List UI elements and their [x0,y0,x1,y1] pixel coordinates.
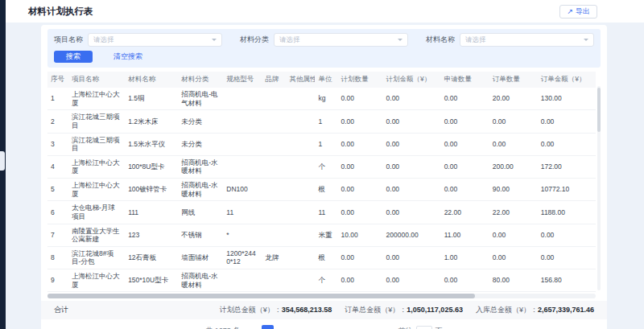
pagination-page-84[interactable]: 84 [363,325,375,329]
table-cell: 0.00 [441,88,489,110]
column-header: 项目名称 [68,72,125,88]
table-cell: 未分类 [178,110,223,133]
vertical-scrollbar[interactable] [597,86,601,290]
table-cell: 0.00 [383,179,441,201]
table-cell: 9 [47,269,68,292]
table-row[interactable]: 9上海松江中心大厦150*10U型卡招商机电-水暖材料个0.000.000.00… [47,269,596,292]
select-material-name[interactable]: 请选择 [460,33,594,47]
table-cell: 100镀锌管卡 [125,179,178,201]
export-label: 导出 [576,6,590,17]
table-cell: 90.00 [489,179,538,201]
table-row[interactable]: 2滨江花城三期项目1.2米木床未分类10.000.000.000.000.00 [47,110,596,133]
table-cell: 0.00 [337,179,382,201]
select-placeholder: 请选择 [93,35,114,45]
table-cell: 0.00 [383,269,441,292]
table-cell: 20.00 [489,88,538,110]
clear-search-link[interactable]: 清空搜索 [114,51,142,62]
summary-total-label: 合计 [54,305,68,315]
table-cell: 1.5铜 [125,88,178,110]
table-row[interactable]: 5上海松江中心大厦100镀锌管卡招商机电-水暖材料DN100根0.000.000… [47,179,596,201]
table-row[interactable]: 7南陵置业大学生公寓新建123不锈钢*米重10.00200000.0011.00… [47,224,596,246]
collapsed-sidebar[interactable] [0,0,6,329]
filter-label-material-name: 材料名称 [426,35,455,45]
table-cell: 5 [47,179,68,201]
table-cell: 上海松江中心大厦 [68,155,125,178]
table-cell: 1 [315,133,337,155]
table-cell [223,155,262,178]
column-header: 其他属性 [286,72,315,88]
table-cell: kg [315,88,337,110]
pagination-page-5[interactable]: 5 [323,325,335,329]
summary-item: 订单总金额（¥）：1,050,117,025.63 [345,305,463,315]
select-project-name[interactable]: 请选择 [88,33,222,47]
table-cell: 0.00 [337,110,382,133]
table-cell: 1.5米水平仪 [125,133,178,155]
table-cell: 7 [47,224,68,246]
table-cell: 1188.00 [538,201,596,224]
filter-field-project-name: 项目名称请选择 [54,33,222,47]
table-cell: 0.00 [383,110,441,133]
table-cell: * [223,224,262,246]
sidebar-expand-handle[interactable] [0,151,5,171]
table-cell: 11 [315,201,337,224]
table-cell: 6 [47,201,68,224]
table-cell: 滨江花城三期项目 [68,133,125,155]
goto-page-input[interactable] [416,326,432,329]
table-cell: 招商机电-电气材料 [178,88,223,110]
table-cell: 172.00 [538,155,596,178]
table-cell: 1.00 [441,246,489,269]
table-cell: 0.00 [441,179,489,201]
table-cell: 0.00 [489,110,538,133]
filter-field-material-name: 材料名称请选择 [426,33,594,47]
pagination-page-1[interactable]: 1 [262,325,274,329]
pagination-total-count: 共 1673 条 [205,326,240,329]
summary-item-label: 入库总金额（¥）： [476,306,538,314]
content-card: 项目名称请选择材料分类请选择材料名称请选择 搜索 清空搜索 序号项目名称材料名称… [41,25,607,329]
summary-item-value: 2,657,339,761.46 [538,306,594,314]
table-cell [286,224,315,246]
table-cell [286,201,315,224]
table-cell [262,179,286,201]
table-header-row: 序号项目名称材料名称材料分类规格型号品牌其他属性单位计划数量计划金额（¥）申请数… [47,72,596,88]
pagination-page-3[interactable]: 3 [292,325,304,329]
table-row[interactable]: 8滨江花城8#项目-分包12石膏板墙面辅材1200*2440*12龙牌根0.00… [47,246,596,269]
table-row[interactable]: 4上海松江中心大厦100*8U型卡招商机电-水暖材料个0.000.000.002… [47,155,596,178]
table-cell: 0.00 [441,155,489,178]
table-row[interactable]: 1上海松江中心大厦1.5铜招商机电-电气材料kg0.000.000.0020.0… [47,88,596,110]
table-cell: 1200*2440*12 [223,246,262,269]
column-header: 品牌 [262,72,286,88]
horizontal-scrollbar[interactable] [47,294,596,298]
select-material-category[interactable]: 请选择 [274,33,408,47]
table-cell: 网线 [178,201,223,224]
table-cell: 11.00 [441,224,489,246]
chevron-down-icon [212,39,217,41]
table-cell: 个 [315,269,337,292]
table-cell: 1.2米木床 [125,110,178,133]
pagination-prev-button[interactable]: ‹ [248,325,260,329]
summary-item: 计划总金额（¥）：354,568,213.58 [220,305,332,315]
pagination-next-button[interactable]: › [377,325,389,329]
filter-fields: 项目名称请选择材料分类请选择材料名称请选择 [54,33,594,47]
pagination-page-2[interactable]: 2 [277,325,289,329]
column-header: 材料名称 [125,72,178,88]
table-cell: 根 [315,179,337,201]
table-cell: 0.00 [337,246,382,269]
search-button[interactable]: 搜索 [54,51,93,63]
table-cell: 150*10U型卡 [125,269,178,292]
table-cell: 南陵置业大学生公寓新建 [68,224,125,246]
summary-item-value: 354,568,213.58 [282,306,332,314]
summary-item-label: 计划总金额（¥）： [220,306,282,314]
select-placeholder: 请选择 [465,35,486,45]
pagination-page-6[interactable]: 6 [338,325,350,329]
table-cell: 0.00 [441,133,489,155]
table-cell: 111 [125,201,178,224]
table-row[interactable]: 3滨江花城三期项目1.5米水平仪未分类10.000.000.000.000.00 [47,133,596,155]
table-cell: 上海松江中心大厦 [68,88,125,110]
horizontal-scrollbar-thumb[interactable] [47,294,475,298]
vertical-scrollbar-thumb[interactable] [597,88,601,132]
page-title: 材料计划执行表 [28,6,93,18]
table-row[interactable]: 6太仓电梯-月球项目111网线11110.000.0022.0022.00118… [47,201,596,224]
pagination-page-4[interactable]: 4 [308,325,320,329]
table-cell [286,269,315,292]
export-button[interactable]: ↗ 导出 [559,5,597,19]
